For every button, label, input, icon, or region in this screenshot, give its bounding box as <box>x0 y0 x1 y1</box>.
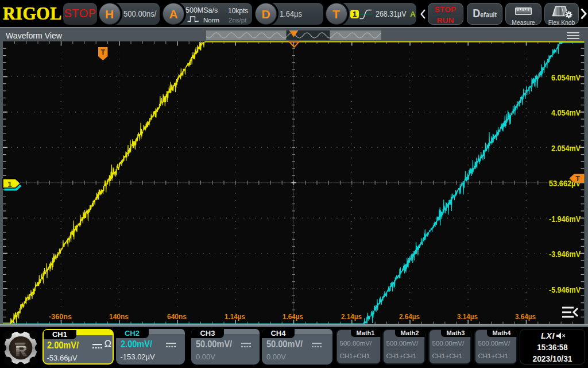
svg-text:2.054mV: 2.054mV <box>551 144 581 153</box>
svg-text:-1.946mV: -1.946mV <box>549 214 581 224</box>
svg-text:T: T <box>100 48 105 56</box>
svg-text:6.054mV: 6.054mV <box>551 73 581 82</box>
svg-text:1: 1 <box>7 180 12 189</box>
svg-text:3.14µs: 3.14µs <box>457 312 478 321</box>
svg-text:1.64µs: 1.64µs <box>283 312 303 321</box>
svg-text:-5.946mV: -5.946mV <box>549 285 581 294</box>
svg-text:-360ns: -360ns <box>49 312 72 321</box>
svg-text:640ns: 640ns <box>167 312 187 321</box>
svg-text:2.64µs: 2.64µs <box>399 312 420 321</box>
svg-text:1.14µs: 1.14µs <box>225 312 245 321</box>
svg-text:140ns: 140ns <box>109 312 129 321</box>
svg-text:4.054mV: 4.054mV <box>551 108 581 117</box>
svg-text:3.64µs: 3.64µs <box>515 312 536 321</box>
svg-text:T: T <box>575 175 580 183</box>
svg-text:-3.946mV: -3.946mV <box>549 250 581 259</box>
svg-text:2.14µs: 2.14µs <box>341 312 362 321</box>
